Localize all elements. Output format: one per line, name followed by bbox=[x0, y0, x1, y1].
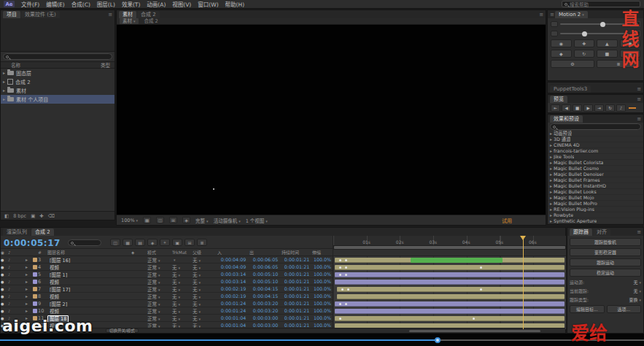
visibility-icon[interactable] bbox=[1, 272, 8, 277]
current-time-display[interactable]: 0:00:05:17 bbox=[4, 238, 61, 248]
blend-mode-select[interactable]: 正常 bbox=[147, 300, 172, 307]
keyframe-dot[interactable] bbox=[339, 259, 341, 261]
layer-name[interactable]: [图层 16] bbox=[47, 256, 131, 264]
visibility-icon[interactable] bbox=[1, 315, 8, 321]
layer-name-text[interactable]: [图层 2] bbox=[47, 301, 69, 307]
tracker-button[interactable]: 跟踪摄像机 bbox=[570, 238, 641, 246]
layer-out-time[interactable]: 0:00:03:20 bbox=[249, 308, 282, 313]
viewer-tool-icon[interactable]: ◫ bbox=[156, 217, 164, 223]
layer-row[interactable]: 4 视频 正常 无 无 0:00:04:09 0:00:06:05 0:00:0… bbox=[1, 264, 333, 271]
keyframe-dot[interactable] bbox=[339, 274, 341, 276]
disclosure-icon[interactable] bbox=[3, 79, 5, 85]
keyframe-dot[interactable] bbox=[480, 266, 482, 269]
keyframe-dot[interactable] bbox=[339, 303, 341, 305]
disclosure-icon[interactable] bbox=[26, 308, 31, 314]
menu-item[interactable]: 帮助(H) bbox=[225, 0, 245, 8]
new-composition-icon[interactable]: ✚ bbox=[39, 213, 43, 219]
tracker-button[interactable]: 跟踪运动 bbox=[570, 258, 641, 266]
layer-duration[interactable]: 0:00:01:21 bbox=[282, 308, 312, 313]
layer-stretch[interactable]: 100.0% bbox=[312, 293, 333, 299]
layer-bar-row[interactable] bbox=[333, 315, 566, 322]
effect-category-row[interactable]: Magic Bullet Colorista bbox=[548, 160, 643, 166]
trkmat-select[interactable]: 无 bbox=[172, 293, 193, 300]
layer-duration-bar[interactable] bbox=[335, 265, 565, 270]
layer-row[interactable]: 7 [图层 17] 正常 无 无 0:00:02:19 0:00:04:15 0… bbox=[1, 285, 333, 293]
layer-label-color[interactable] bbox=[33, 258, 37, 262]
layer-bar-row[interactable] bbox=[333, 278, 566, 285]
slider-knob[interactable] bbox=[600, 22, 605, 27]
panel-menu-icon[interactable]: ≡ bbox=[637, 228, 641, 236]
layer-bar-row[interactable] bbox=[333, 271, 566, 278]
layer-duration[interactable]: 0:00:01:21 bbox=[282, 286, 312, 291]
audio-icon[interactable] bbox=[8, 293, 15, 299]
parent-select[interactable]: 无 bbox=[193, 300, 217, 307]
layer-out-time[interactable]: 0:00:06:05 bbox=[249, 257, 282, 262]
layer-name-text[interactable]: 视频 bbox=[47, 279, 61, 285]
motion-slider-value[interactable]: 25 bbox=[630, 31, 640, 36]
viewer-tool-icon[interactable]: ▦ bbox=[143, 217, 151, 223]
layer-out-time[interactable]: 0:00:03:00 bbox=[249, 323, 282, 328]
timeline-toggle-button[interactable]: ▣ bbox=[172, 239, 182, 246]
project-columns-header[interactable]: 名称 类型 bbox=[1, 61, 115, 69]
disclosure-icon[interactable] bbox=[26, 301, 31, 307]
blend-mode-select[interactable]: 正常 bbox=[147, 278, 172, 285]
trkmat-select[interactable]: 无 bbox=[172, 307, 193, 315]
layer-label-color[interactable] bbox=[33, 316, 37, 320]
effect-category-row[interactable]: Magic Bullet Cosmo bbox=[548, 166, 643, 172]
layer-name-text[interactable]: 视频 bbox=[47, 264, 61, 271]
timeline-toggle-button[interactable]: ≣ bbox=[197, 239, 207, 246]
menu-item[interactable]: 编辑(E) bbox=[46, 0, 65, 8]
blend-mode-select[interactable]: 正常 bbox=[147, 307, 172, 315]
zoom-select[interactable]: 100% bbox=[121, 218, 138, 223]
audio-icon[interactable] bbox=[8, 279, 15, 285]
effect-category-row[interactable]: Jike Tools bbox=[548, 154, 643, 160]
transport-button[interactable]: ↻ bbox=[605, 104, 615, 112]
app-logo[interactable]: Ae bbox=[4, 1, 15, 7]
effect-category-row[interactable]: CINEMA 4D bbox=[548, 142, 643, 148]
menu-item[interactable]: 图层(L) bbox=[97, 0, 115, 8]
motion-tool-button[interactable]: ▲ bbox=[597, 39, 618, 47]
trkmat-select[interactable]: 无 bbox=[172, 300, 193, 307]
motion-action-button[interactable]: ≣ bbox=[597, 60, 640, 68]
panel-menu-icon[interactable]: ≡ bbox=[550, 11, 554, 18]
effect-category-row[interactable]: Magic Bullet Denoiser bbox=[548, 172, 643, 177]
layer-stretch[interactable]: 100.0% bbox=[312, 315, 333, 320]
layer-duration[interactable]: 0:00:01:21 bbox=[282, 315, 312, 320]
work-area-thumb[interactable] bbox=[334, 246, 565, 249]
layer-name-text[interactable]: 视频 bbox=[47, 308, 61, 315]
blend-mode-select[interactable]: 正常 bbox=[147, 285, 172, 293]
layer-name[interactable]: 视频 bbox=[47, 307, 131, 315]
motion-tool-button[interactable]: ● bbox=[620, 39, 641, 47]
motion-tool-button[interactable]: ✚ bbox=[574, 39, 595, 47]
blend-mode-select[interactable]: 正常 bbox=[147, 293, 172, 300]
tab-footage[interactable]: 素材 bbox=[119, 11, 136, 18]
player-progress-handle[interactable] bbox=[435, 337, 441, 343]
layer-in-time[interactable]: 0:00:01:04 bbox=[217, 315, 249, 320]
layer-label-color[interactable] bbox=[33, 265, 37, 269]
layer-out-time[interactable]: 0:00:03:20 bbox=[249, 301, 282, 306]
layer-label-color[interactable] bbox=[33, 294, 37, 299]
keyframe-dot[interactable] bbox=[339, 318, 341, 320]
layer-out-time[interactable]: 0:00:03:00 bbox=[249, 315, 282, 320]
disclosure-icon[interactable] bbox=[550, 218, 552, 224]
audio-icon[interactable] bbox=[8, 286, 15, 292]
layer-label-color[interactable] bbox=[33, 301, 37, 306]
viewer-source-select[interactable]: 素材 bbox=[120, 18, 139, 24]
slider-knob[interactable] bbox=[582, 31, 587, 36]
layer-out-time[interactable]: 0:00:04:15 bbox=[249, 293, 282, 299]
layer-duration[interactable]: 0:00:01:21 bbox=[282, 264, 312, 269]
layer-name[interactable]: 图层 18 bbox=[47, 315, 131, 322]
trkmat-select[interactable]: 无 bbox=[172, 278, 193, 285]
layer-row[interactable]: 3 [图层 16] 正常 无 0:00:04:09 0:00:06:05 0:0… bbox=[1, 256, 333, 264]
layer-duration-bar[interactable] bbox=[335, 316, 565, 321]
layer-duration[interactable]: 0:00:01:21 bbox=[282, 279, 312, 284]
layer-stretch[interactable]: 100.0% bbox=[312, 272, 333, 277]
disclosure-icon[interactable] bbox=[26, 286, 31, 292]
motion-option-button[interactable] bbox=[551, 21, 558, 27]
tracker-button[interactable]: 稳定运动 bbox=[570, 269, 641, 277]
layer-duration-bar[interactable] bbox=[337, 294, 565, 299]
layer-in-time[interactable]: 0:00:03:14 bbox=[217, 272, 249, 277]
timeline-graph[interactable]: 01s 02s 03s 04s 05s 06s bbox=[333, 236, 566, 329]
trkmat-select[interactable]: 无 bbox=[172, 271, 193, 278]
tracker-action-button[interactable]: 选项... bbox=[607, 305, 642, 313]
